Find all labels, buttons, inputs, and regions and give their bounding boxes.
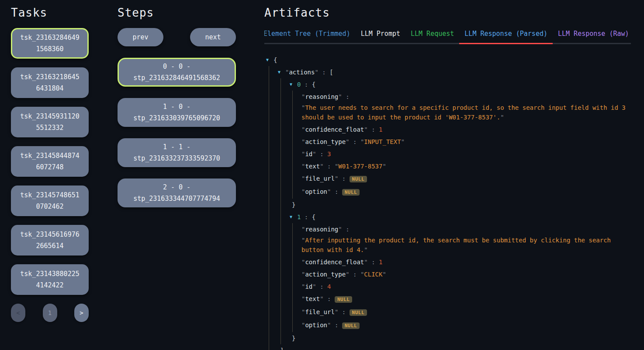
json-row: "reasoning" : [301, 91, 631, 103]
step-list: 0 - 0 - stp_2316328464915683621 - 0 - st… [118, 58, 236, 207]
next-step-button[interactable]: next [190, 28, 236, 46]
tab-llm-request[interactable]: LLM Request [405, 30, 459, 44]
task-item[interactable]: tsk_231457486510702462 [11, 186, 89, 216]
json-punctuation: } [292, 201, 295, 208]
json-punctuation: : [331, 188, 342, 195]
json-punctuation: { [274, 56, 277, 63]
quote-mark: " [382, 163, 386, 170]
json-null-badge: NULL [350, 176, 367, 182]
json-null-badge: NULL [350, 309, 367, 316]
json-key: id [305, 283, 312, 290]
task-list: tsk_231632846491568360tsk_23163218645643… [11, 28, 89, 295]
json-key: text [305, 163, 320, 170]
quote-mark: " [364, 259, 367, 266]
json-number-value: 1 [379, 259, 382, 266]
task-item[interactable]: tsk_231632846491568360 [11, 28, 89, 59]
json-punctuation: : [342, 93, 353, 100]
quote-mark: " [338, 93, 342, 100]
collapse-arrow-icon[interactable]: ▼ [266, 55, 274, 65]
tab-llm-response-parsed[interactable]: LLM Response (Parsed) [459, 30, 553, 44]
quote-mark: " [312, 283, 316, 290]
prev-step-button[interactable]: prev [118, 28, 163, 46]
json-punctuation: : [319, 69, 329, 76]
json-key: file_url [305, 175, 334, 182]
json-row: "file_url" : NULL [301, 306, 631, 319]
json-row: "id" : 4 [301, 280, 631, 293]
collapse-arrow-icon[interactable]: ▼ [290, 212, 297, 222]
collapse-arrow-icon[interactable]: ▼ [290, 80, 297, 89]
json-row: "reasoning" : [301, 223, 631, 235]
quote-mark: " [500, 114, 504, 121]
step-item[interactable]: 2 - 0 - stp_231633344707774794 [118, 178, 236, 207]
task-item[interactable]: tsk_231632186456431804 [11, 67, 89, 98]
json-punctuation: : [338, 308, 349, 315]
json-punctuation: : [301, 81, 312, 88]
json-long-string: "After inputting the product id, the sea… [301, 235, 631, 256]
json-row: ▼{ [266, 54, 631, 66]
json-row: "text" : "W01-377-8537" [301, 160, 631, 172]
tasks-pagination: < 1 > [11, 304, 89, 322]
json-key: reasoning [305, 226, 338, 233]
prev-page-button[interactable]: < [11, 304, 25, 322]
json-punctuation: { [312, 81, 315, 88]
tab-element-tree-trimmed[interactable]: Element Tree (Trimmed) [264, 30, 356, 44]
json-punctuation: [ [329, 69, 333, 76]
quote-mark: " [346, 138, 349, 145]
json-punctuation: : [324, 295, 335, 302]
json-children: ▼"actions" : [▼0 : {"reasoning" : "The u… [269, 66, 631, 350]
step-item[interactable]: 1 - 0 - stp_231633039765096720 [118, 98, 236, 127]
json-number-value: 4 [327, 283, 331, 290]
task-item[interactable]: tsk_231459311205512332 [11, 107, 89, 137]
tab-llm-prompt[interactable]: LLM Prompt [356, 30, 405, 44]
step-item[interactable]: 1 - 1 - stp_231633237333592370 [118, 138, 236, 167]
json-row: "option" : NULL [301, 186, 631, 199]
artifact-tabbar-wrap: Element Tree (Trimmed)LLM PromptLLM Requ… [264, 30, 631, 44]
json-row: ▼"actions" : [ [278, 66, 631, 78]
step-item[interactable]: 0 - 0 - stp_231632846491568362 [118, 58, 236, 87]
json-node: ▼{▼"actions" : [▼0 : {"reasoning" : "The… [266, 54, 631, 350]
quote-mark: " [315, 69, 318, 76]
json-null-badge: NULL [342, 322, 360, 329]
json-row: "confidence_float" : 1 [301, 123, 631, 136]
quote-mark: " [338, 226, 342, 233]
artifacts-panel: Artifacts Element Tree (Trimmed)LLM Prom… [264, 6, 631, 350]
json-key: reasoning [305, 93, 338, 100]
tasks-title: Tasks [11, 6, 89, 19]
collapse-arrow-icon[interactable]: ▼ [278, 67, 285, 77]
task-item[interactable]: tsk_231456169762665614 [11, 225, 89, 256]
page-number-button[interactable]: 1 [43, 304, 57, 322]
quote-mark: " [346, 271, 349, 278]
json-tree-viewer: ▼{▼"actions" : [▼0 : {"reasoning" : "The… [264, 54, 631, 350]
json-key: confidence_float [305, 126, 364, 133]
steps-nav: prev next [118, 28, 236, 46]
quote-mark: " [382, 271, 386, 278]
json-key: action_type [305, 138, 346, 145]
json-key: actions [289, 69, 315, 76]
json-key: action_type [305, 271, 346, 278]
quote-mark: " [401, 138, 405, 145]
tab-llm-response-raw[interactable]: LLM Response (Raw) [553, 30, 631, 44]
json-punctuation: } [292, 335, 295, 342]
json-row: "option" : NULL [301, 319, 631, 332]
quote-mark: " [320, 163, 323, 170]
tasks-panel: Tasks tsk_231632846491568360tsk_23163218… [11, 6, 89, 350]
json-string-value: CLICK [364, 271, 382, 278]
json-row: "id" : 3 [301, 148, 631, 160]
json-punctuation: : [368, 259, 379, 266]
artifact-tabbar: Element Tree (Trimmed)LLM PromptLLM Requ… [264, 30, 631, 44]
json-punctuation: : [301, 214, 312, 220]
json-row: ▼0 : { [290, 78, 631, 91]
json-key: option [305, 322, 327, 329]
task-item[interactable]: tsk_231458448746072748 [11, 146, 89, 177]
next-page-button[interactable]: > [74, 304, 89, 322]
json-key: file_url [305, 308, 334, 315]
json-punctuation: : [324, 163, 335, 170]
json-number-value: 1 [379, 126, 382, 133]
json-row: "file_url" : NULL [301, 172, 631, 186]
json-children: "reasoning" : "After inputting the produ… [292, 223, 631, 332]
app-root: Tasks tsk_231632846491568360tsk_23163218… [0, 0, 644, 350]
task-item[interactable]: tsk_231438802254142422 [11, 264, 89, 295]
json-key: confidence_float [305, 259, 364, 266]
json-punctuation: : [316, 283, 327, 290]
artifacts-title: Artifacts [264, 6, 631, 19]
